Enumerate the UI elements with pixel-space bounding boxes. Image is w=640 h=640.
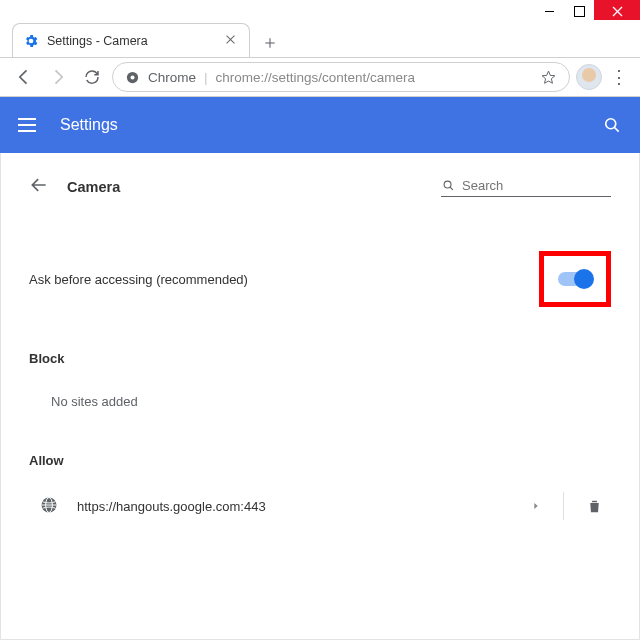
svg-point-7 xyxy=(131,75,135,79)
highlight-box xyxy=(539,251,611,307)
nav-back-button[interactable] xyxy=(10,63,38,91)
browser-menu-button[interactable]: ⋮ xyxy=(608,66,630,88)
profile-avatar-button[interactable] xyxy=(576,64,602,90)
nav-forward-button[interactable] xyxy=(44,63,72,91)
settings-header-title: Settings xyxy=(60,116,118,134)
page-back-button[interactable] xyxy=(29,175,53,199)
block-section-label: Block xyxy=(29,351,611,366)
browser-tab-strip: Settings - Camera xyxy=(0,20,640,57)
delete-site-button[interactable] xyxy=(586,498,603,515)
search-icon xyxy=(441,178,456,193)
new-tab-button[interactable] xyxy=(256,29,284,57)
chrome-badge-icon xyxy=(125,70,140,85)
svg-point-10 xyxy=(444,181,451,188)
allow-section-label: Allow xyxy=(29,453,611,468)
page-title: Camera xyxy=(67,179,120,195)
settings-header: Settings xyxy=(0,97,640,153)
toggle-knob xyxy=(574,269,594,289)
ask-before-accessing-row: Ask before accessing (recommended) xyxy=(29,251,611,307)
search-input[interactable] xyxy=(462,178,611,193)
window-maximize-button[interactable] xyxy=(564,0,594,22)
nav-reload-button[interactable] xyxy=(78,63,106,91)
svg-line-11 xyxy=(450,187,453,190)
address-scheme-label: Chrome xyxy=(148,70,196,85)
globe-icon xyxy=(39,495,61,517)
address-bar[interactable]: Chrome | chrome://settings/content/camer… xyxy=(112,62,570,92)
tab-close-icon[interactable] xyxy=(225,34,239,48)
address-url: chrome://settings/content/camera xyxy=(216,70,416,85)
hamburger-menu-icon[interactable] xyxy=(18,113,42,137)
svg-line-9 xyxy=(615,128,619,132)
site-detail-button[interactable] xyxy=(531,501,541,511)
settings-search-button[interactable] xyxy=(602,115,622,135)
svg-point-8 xyxy=(606,119,616,129)
ask-before-accessing-toggle[interactable] xyxy=(558,272,592,286)
address-separator: | xyxy=(204,70,208,85)
browser-toolbar: Chrome | chrome://settings/content/camer… xyxy=(0,57,640,97)
block-empty-text: No sites added xyxy=(51,394,611,409)
avatar-icon xyxy=(582,68,596,82)
allow-site-row: https://hangouts.google.com:443 xyxy=(39,492,611,520)
window-minimize-button[interactable] xyxy=(534,0,564,22)
gear-icon xyxy=(23,33,39,49)
allow-site-url: https://hangouts.google.com:443 xyxy=(77,499,266,514)
settings-search-field[interactable] xyxy=(441,178,611,197)
ask-before-accessing-label: Ask before accessing (recommended) xyxy=(29,272,248,287)
browser-tab-title: Settings - Camera xyxy=(47,34,217,48)
divider xyxy=(563,492,564,520)
window-close-button[interactable] xyxy=(594,0,640,22)
bookmark-star-icon[interactable] xyxy=(540,69,557,86)
page-header-row: Camera xyxy=(29,175,611,199)
settings-content: Camera Ask before accessing (recommended… xyxy=(0,153,640,640)
browser-tab-active[interactable]: Settings - Camera xyxy=(12,23,250,57)
